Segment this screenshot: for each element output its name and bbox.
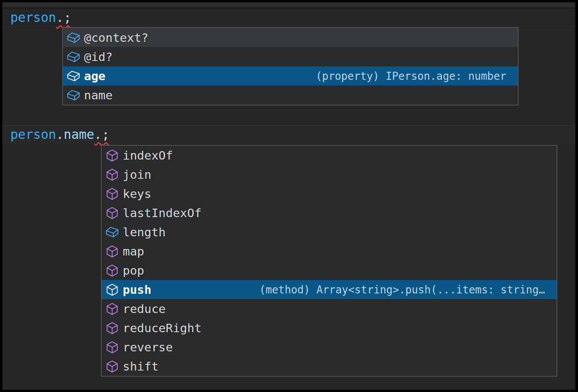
suggest-item-keys[interactable]: keys xyxy=(102,184,557,203)
symbol-field-icon xyxy=(66,88,81,102)
suggest-item-label: @context? xyxy=(84,31,148,44)
symbol-field-icon xyxy=(105,225,119,239)
suggest-item-label: join xyxy=(123,168,151,181)
symbol-method-icon xyxy=(105,283,119,297)
symbol-method-icon xyxy=(105,264,119,278)
symbol-method-icon xyxy=(105,168,119,182)
suggest-item-label: lastIndexOf xyxy=(123,206,201,220)
suggest-item-detail: (method) Array<string>.push(...items: st… xyxy=(259,283,545,296)
code-line-1[interactable]: person.; xyxy=(2,8,575,26)
code-token: ; xyxy=(102,127,109,142)
suggest-item-label: reduce xyxy=(123,302,166,316)
code-token: name xyxy=(64,127,94,142)
suggest-item-label: keys xyxy=(123,187,151,201)
suggest-item-age-selected[interactable]: age (property) IPerson.age: number xyxy=(63,66,518,86)
suggest-item-push-selected[interactable]: push (method) Array<string>.push(...item… xyxy=(102,280,557,299)
symbol-field-icon xyxy=(66,50,81,64)
suggest-item-label: pop xyxy=(123,264,144,277)
suggest-widget-person-name: indexOf join keys lastIndexOf length map xyxy=(101,145,557,377)
suggest-item-shift[interactable]: shift xyxy=(102,357,557,376)
suggest-item-label: name xyxy=(84,88,113,102)
suggest-item-name[interactable]: name xyxy=(63,86,518,105)
suggest-item-label: push xyxy=(123,283,151,296)
symbol-method-icon xyxy=(105,206,119,220)
suggest-item-context[interactable]: @context? xyxy=(63,28,518,47)
suggest-item-label: reduceRight xyxy=(123,321,201,335)
code-editor[interactable]: person.; @context? @id? age (property) I… xyxy=(2,2,575,390)
suggest-widget-person: @context? @id? age (property) IPerson.ag… xyxy=(62,27,519,105)
suggest-item-label: age xyxy=(84,69,105,83)
suggest-item-reduce[interactable]: reduce xyxy=(102,299,557,318)
code-line-2[interactable]: person.name.; xyxy=(2,125,575,143)
symbol-field-icon xyxy=(66,31,81,45)
suggest-item-label: length xyxy=(123,225,166,239)
symbol-method-icon xyxy=(105,187,119,201)
symbol-method-icon xyxy=(105,148,119,163)
suggest-item-join[interactable]: join xyxy=(102,165,557,184)
suggest-item-label: shift xyxy=(123,359,158,373)
suggest-item-reverse[interactable]: reverse xyxy=(102,338,557,357)
suggest-item-indexof[interactable]: indexOf xyxy=(102,146,557,165)
symbol-method-icon xyxy=(105,340,119,354)
code-token: . xyxy=(56,10,64,25)
symbol-method-icon xyxy=(105,244,119,259)
code-token: . xyxy=(94,127,102,142)
editor-screenshot: person.; @context? @id? age (property) I… xyxy=(0,0,578,392)
suggest-item-detail: (property) IPerson.age: number xyxy=(316,70,506,82)
suggest-item-length[interactable]: length xyxy=(102,222,557,242)
suggest-item-label: map xyxy=(123,244,144,258)
symbol-field-icon xyxy=(66,69,81,83)
symbol-method-icon xyxy=(105,302,119,316)
suggest-item-map[interactable]: map xyxy=(102,242,557,261)
suggest-item-label: @id? xyxy=(84,50,113,64)
suggest-item-reduceright[interactable]: reduceRight xyxy=(102,318,557,338)
suggest-item-label: indexOf xyxy=(123,148,173,162)
suggest-item-label: reverse xyxy=(123,340,173,354)
suggest-item-pop[interactable]: pop xyxy=(102,261,557,280)
code-token: person xyxy=(10,10,56,25)
code-token: ; xyxy=(64,10,71,25)
symbol-method-icon xyxy=(105,321,119,335)
code-token: . xyxy=(56,127,64,142)
suggest-item-id[interactable]: @id? xyxy=(63,47,518,66)
code-token: person xyxy=(10,127,56,142)
cropped-line-strip xyxy=(2,2,575,8)
symbol-method-icon xyxy=(105,359,119,374)
suggest-item-lastindexof[interactable]: lastIndexOf xyxy=(102,203,557,222)
